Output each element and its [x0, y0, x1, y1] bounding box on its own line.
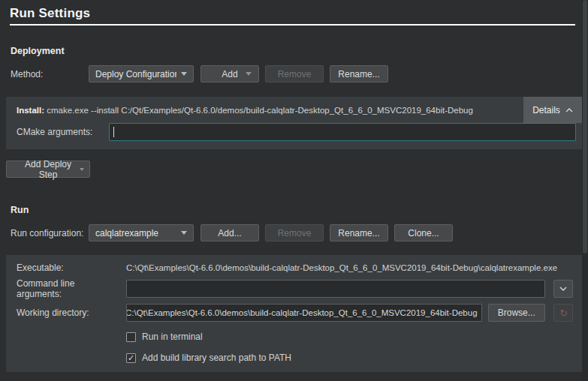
deploy-method-select[interactable]: Deploy Configuration — [89, 65, 194, 82]
run-clone-button[interactable]: Clone... — [394, 224, 453, 242]
run-remove-button[interactable]: Remove — [265, 224, 324, 242]
deployment-section-header: Deployment — [11, 46, 588, 56]
deploy-rename-button[interactable]: Rename... — [330, 65, 388, 82]
deploy-step-panel: Install: cmake.exe --install C:/Qt/Examp… — [6, 97, 582, 149]
arguments-history-dropdown-button[interactable] — [553, 280, 573, 298]
vertical-scrollbar-thumb[interactable] — [583, 0, 587, 254]
add-deploy-step-label: Add Deploy Step — [14, 159, 82, 180]
working-directory-input[interactable]: C:\Qt\Examples\Qt-6.6.0\demos\build-calq… — [126, 304, 482, 322]
run-in-terminal-checkbox[interactable] — [126, 332, 136, 342]
executable-row: Executable: C:\Qt\Examples\Qt-6.6.0\demo… — [17, 262, 573, 273]
command-line-arguments-label: Command line arguments: — [17, 278, 120, 299]
run-configuration-select[interactable]: calqlatrexample — [89, 224, 194, 242]
run-add-button[interactable]: Add... — [201, 224, 259, 242]
reset-working-directory-button[interactable]: ↺ — [553, 304, 573, 322]
chevron-down-icon — [181, 72, 187, 76]
run-section-header: Run — [11, 205, 588, 215]
chevron-down-icon — [181, 231, 187, 235]
add-path-checkbox[interactable]: ✓ — [126, 353, 136, 363]
cmake-arguments-label: CMake arguments: — [17, 127, 109, 137]
executable-value: C:\Qt\Examples\Qt-6.6.0\demos\build-calq… — [126, 263, 557, 272]
install-step-header: Install: cmake.exe --install C:/Qt/Examp… — [6, 97, 582, 123]
run-configuration-label: Run configuration: — [11, 228, 89, 238]
cmake-arguments-row: CMake arguments: — [6, 123, 582, 149]
run-configuration-row: Run configuration: calqlatrexample Add..… — [11, 224, 588, 242]
run-configuration-value: calqlatrexample — [95, 228, 176, 238]
text-caret — [113, 127, 114, 137]
run-in-terminal-label: Run in terminal — [142, 332, 203, 342]
executable-label: Executable: — [17, 262, 120, 273]
add-deploy-step-button[interactable]: Add Deploy Step — [6, 160, 90, 178]
working-directory-row: Working directory: C:\Qt\Examples\Qt-6.6… — [17, 304, 573, 322]
deploy-add-button[interactable]: Add — [201, 65, 259, 82]
install-step-title: Install: — [17, 106, 44, 115]
deploy-add-label: Add — [222, 69, 237, 80]
browse-button[interactable]: Browse... — [488, 304, 545, 322]
run-rename-button[interactable]: Rename... — [330, 224, 388, 242]
deploy-method-value: Deploy Configuration — [95, 69, 176, 80]
details-label: Details — [532, 105, 560, 116]
install-step-command: cmake.exe --install C:/Qt/Examples/Qt-6.… — [47, 106, 473, 115]
cmake-arguments-input[interactable] — [109, 123, 576, 141]
deploy-remove-button[interactable]: Remove — [265, 65, 324, 82]
install-step-summary: Install: cmake.exe --install C:/Qt/Examp… — [17, 106, 473, 115]
command-line-arguments-row: Command line arguments: — [17, 278, 573, 299]
run-in-terminal-option[interactable]: Run in terminal — [126, 332, 573, 342]
details-toggle-button[interactable]: Details — [523, 97, 582, 123]
working-directory-label: Working directory: — [17, 308, 120, 318]
page-title-underline: Run Settings — [10, 6, 575, 26]
chevron-down-icon — [80, 168, 84, 171]
method-label: Method: — [11, 69, 89, 80]
vertical-scrollbar-track — [582, 0, 588, 381]
checkmark-icon: ✓ — [128, 354, 134, 362]
chevron-down-icon — [246, 72, 252, 76]
add-path-label: Add build library search path to PATH — [142, 352, 291, 363]
working-directory-value: C:\Qt\Examples\Qt-6.6.0\demos\build-calq… — [126, 308, 478, 317]
add-path-option[interactable]: ✓ Add build library search path to PATH — [126, 352, 573, 363]
chevron-up-icon — [565, 108, 573, 112]
run-details-panel: Executable: C:\Qt\Examples\Qt-6.6.0\demo… — [6, 255, 582, 372]
command-line-arguments-input[interactable] — [126, 280, 545, 298]
reset-icon: ↺ — [559, 308, 568, 319]
page-title: Run Settings — [10, 6, 575, 21]
chevron-down-icon — [559, 286, 567, 291]
deployment-method-row: Method: Deploy Configuration Add Remove … — [11, 65, 588, 82]
